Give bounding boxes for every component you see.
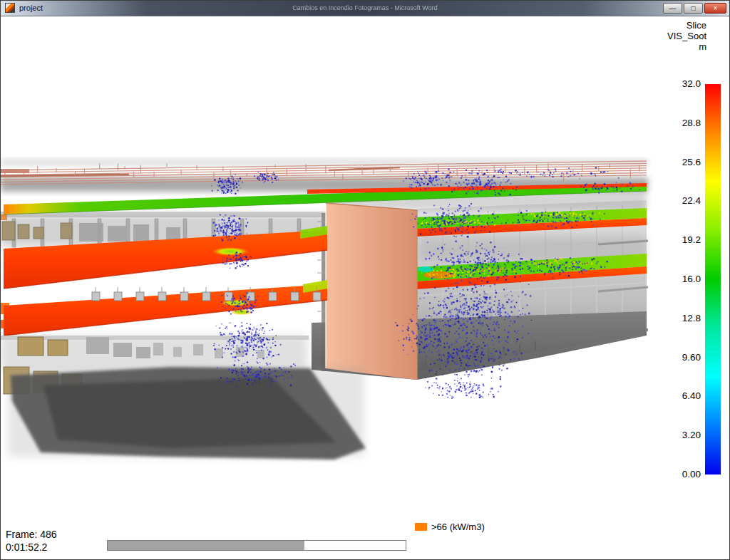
close-button[interactable]: × bbox=[704, 3, 726, 14]
colorbar-tick-label: 16.0 bbox=[682, 274, 701, 284]
frame-counter: Frame: 486 bbox=[6, 529, 57, 540]
compartment-wall bbox=[326, 203, 417, 380]
hrr-legend-label: >66 (kW/m3) bbox=[431, 522, 485, 532]
colorbar-title-line3: m bbox=[667, 41, 706, 52]
title-bar: project Cambios en Incendio Fotogramas -… bbox=[1, 1, 729, 16]
time-slider[interactable] bbox=[107, 540, 406, 551]
colorbar-tick-label: 3.20 bbox=[682, 430, 701, 440]
colorbar-tick-label: 9.60 bbox=[682, 352, 701, 363]
colorbar-tick-label: 19.2 bbox=[682, 234, 701, 245]
colorbar-tick-label: 0.00 bbox=[682, 469, 701, 479]
scene-3d-view[interactable] bbox=[1, 1, 730, 560]
colorbar-tick-label: 32.0 bbox=[682, 78, 701, 89]
smokeview-window: Slice VIS_Soot m 32.028.825.622.419.216.… bbox=[0, 0, 730, 560]
colorbar-tick-label: 22.4 bbox=[682, 195, 701, 206]
colorbar-title: Slice VIS_Soot m bbox=[667, 20, 706, 52]
colorbar-title-line1: Slice bbox=[667, 20, 706, 31]
background-window-title: Cambios en Incendio Fotogramas - Microso… bbox=[86, 4, 644, 11]
colorbar-gradient bbox=[705, 84, 721, 475]
colorbar-ticks: 32.028.825.622.419.216.012.89.606.403.20… bbox=[664, 84, 701, 475]
hrr-legend: >66 (kW/m3) bbox=[415, 522, 485, 532]
colorbar-tick-label: 25.6 bbox=[682, 157, 701, 167]
window-icon bbox=[5, 3, 15, 13]
time-slider-fill bbox=[108, 541, 304, 550]
ground-shadow bbox=[8, 367, 366, 460]
colorbar-title-line2: VIS_Soot bbox=[667, 31, 706, 41]
colorbar-tick-label: 6.40 bbox=[682, 390, 701, 401]
window-title: project bbox=[19, 4, 43, 12]
time-counter: 0:01:52.2 bbox=[6, 541, 47, 553]
colorbar-tick-label: 28.8 bbox=[682, 118, 701, 128]
hrr-legend-swatch bbox=[415, 523, 427, 531]
window-controls: — □ × bbox=[663, 3, 726, 14]
colorbar-tick-label: 12.8 bbox=[682, 313, 701, 323]
minimize-button[interactable]: — bbox=[663, 3, 682, 14]
maximize-button[interactable]: □ bbox=[684, 3, 703, 14]
